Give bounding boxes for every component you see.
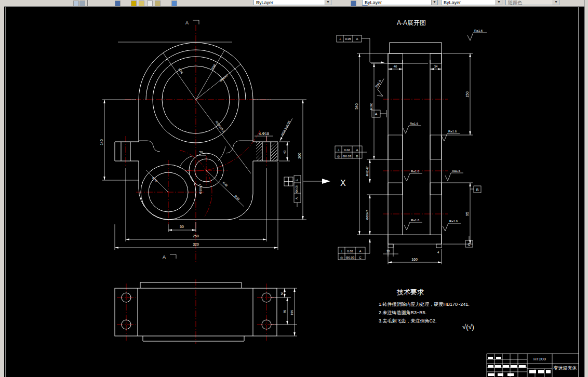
title-block: HT200 变速箱壳体: [487, 354, 579, 377]
dim-50-small: 50: [199, 151, 203, 154]
dimensions: 50 85 155: [271, 288, 297, 336]
chevron-down-icon[interactable]: ▼: [496, 0, 502, 5]
toolbar-separator: [87, 0, 88, 6]
dim-phi24: Φ24.1±0.05: [280, 120, 291, 136]
fcf-datum: A: [295, 197, 298, 199]
dim-200: 200: [298, 153, 301, 159]
svg-text:Ra1.6: Ra1.6: [449, 220, 458, 223]
svg-text:Ra1.6: Ra1.6: [410, 122, 419, 125]
svg-text:B: B: [476, 188, 479, 192]
fcf-tolerance: Φ0.05: [295, 185, 298, 193]
svg-text:A: A: [163, 254, 166, 260]
svg-text:B: B: [356, 155, 358, 158]
holes-callout: 4-Φ18: [259, 132, 269, 136]
dim-phi30: Φ30H7: [199, 184, 202, 194]
dim-50: 50: [180, 225, 184, 228]
layer-freeze-icon[interactable]: [139, 1, 144, 7]
svg-text:◎: ◎: [340, 256, 343, 259]
svg-text:0.05: 0.05: [345, 37, 351, 41]
roughness-symbol: Ra1.6: [467, 29, 487, 41]
block-icon[interactable]: [73, 1, 79, 7]
fcf-symbol: ⊥: [295, 179, 298, 181]
dim-10: 10: [386, 250, 390, 253]
color-combo[interactable]: ByLayer ▼: [253, 0, 331, 5]
roughness-symbol: Ra1.6: [404, 170, 422, 182]
dim-50: 50: [280, 291, 284, 295]
section-view-title: A-A展开图: [397, 19, 426, 26]
tech-req-item: 2.未注铸造圆角R3~R5.: [379, 310, 426, 315]
linetype-combo-value: ByLayer: [365, 0, 382, 5]
chevron-down-icon[interactable]: ▼: [325, 0, 331, 5]
position-fcf: ⊥ Φ0.05 A: [284, 176, 301, 207]
svg-text:A: A: [359, 250, 361, 253]
svg-text:Ra1.6: Ra1.6: [411, 170, 420, 173]
dim-95: 95: [465, 212, 469, 216]
plotstyle-combo[interactable]: 随颜色 ▼: [505, 0, 559, 5]
plotstyle-combo-value: 随颜色: [508, 0, 522, 5]
color-combo-value: ByLayer: [256, 0, 273, 5]
roughness-symbol: Ra1.6: [404, 219, 422, 231]
dim-320: 320: [193, 243, 199, 246]
lineweight-combo-value: ByLayer: [444, 0, 461, 5]
roughness-symbol: Ra1.6: [445, 169, 463, 181]
fcf-top: ⊥ 0.05 A: [337, 35, 384, 62]
section-view: A-A展开图 40 34 54: [335, 19, 487, 264]
x-mark: X: [340, 179, 346, 187]
layer-on-icon[interactable]: [131, 1, 137, 7]
tech-req-title: 技术要求: [396, 288, 424, 296]
dim-250: 250: [193, 234, 199, 238]
svg-text:Φ0.03: Φ0.03: [343, 155, 352, 158]
svg-text:Ra1.6: Ra1.6: [375, 79, 382, 88]
window-right-border: [584, 0, 588, 377]
dim-bore-mid: Φ62H7: [366, 166, 369, 177]
datum-c: C: [465, 236, 473, 247]
chevron-down-icon[interactable]: ▼: [431, 0, 437, 5]
svg-text:A: A: [375, 112, 378, 116]
layer-current-icon[interactable]: [171, 1, 177, 7]
chevron-down-icon: ▼: [553, 0, 559, 5]
make-current-icon[interactable]: [351, 1, 356, 7]
linetype-combo[interactable]: ByLayer ▼: [362, 0, 438, 5]
lineweight-combo[interactable]: ByLayer ▼: [441, 0, 502, 5]
dim-140: 140: [100, 139, 103, 145]
dim-bore-low: Φ80H7: [366, 210, 369, 220]
main-view: 140 40 200 50 50 250: [100, 20, 346, 262]
svg-text:Ra1.6: Ra1.6: [411, 219, 420, 222]
tech-req-item: 3.去毛刺飞边，未注倒角C2.: [379, 318, 437, 324]
datum-b: B: [470, 186, 481, 193]
dim-w-right: 34: [434, 65, 438, 68]
block-insert-icon[interactable]: [79, 1, 85, 7]
sheet-border: [6, 7, 579, 377]
section-marker-top: A: [185, 20, 199, 25]
material-label: HT200: [533, 357, 546, 361]
svg-text:◎: ◎: [337, 155, 340, 158]
unfold-arrow: [303, 179, 330, 184]
layer-lock-icon[interactable]: [147, 1, 153, 7]
layer-plot-icon[interactable]: [155, 1, 161, 7]
dim-w-left: 40: [394, 65, 397, 68]
tech-requirements: 技术要求 1.铸件须消除内应力处理，硬度HB170~241. 2.未注铸造圆角R…: [379, 288, 474, 331]
dim-85: 85: [283, 309, 286, 313]
dim-h-outer: 540: [355, 103, 358, 110]
section-marker-bottom: A: [163, 254, 176, 260]
dim-h-inner: Φ280: [370, 102, 373, 110]
dim-r98: R98: [211, 63, 217, 70]
svg-text:A: A: [356, 149, 358, 152]
window-left-border: [0, 0, 4, 377]
layers-icon[interactable]: [115, 1, 121, 7]
svg-text:C: C: [467, 243, 470, 246]
bottom-view: 50 85 155: [115, 279, 297, 344]
drawing-canvas[interactable]: 140 40 200 50 50 250: [4, 7, 585, 377]
section-hatch: [271, 142, 277, 161]
svg-text:Φ0.03: Φ0.03: [346, 256, 355, 259]
roughness-symbol: Ra1.6: [371, 77, 391, 99]
roughness-symbol: Ra1.6: [443, 220, 461, 232]
svg-text:A: A: [356, 37, 358, 41]
dim-155: 155: [290, 309, 293, 315]
dim-150: 150: [465, 91, 469, 98]
default-finish-mark: √(√): [462, 323, 474, 331]
section-hatch: [256, 142, 262, 161]
svg-text:A: A: [185, 20, 189, 25]
toolbar: ByLayer ▼ ByLayer ▼ ByLayer ▼ 随颜色 ▼: [0, 0, 588, 7]
tech-req-item: 1.铸件须消除内应力处理，硬度HB170~241.: [379, 302, 470, 307]
